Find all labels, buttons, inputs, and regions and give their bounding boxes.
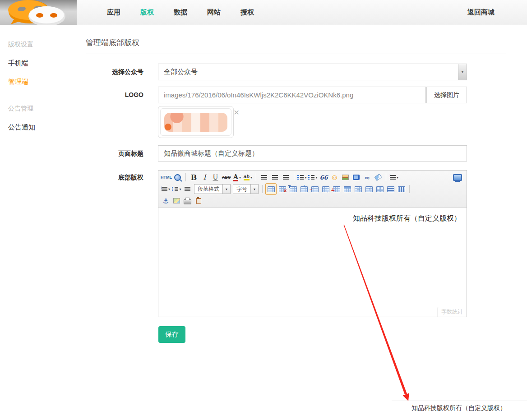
merge-rows-button[interactable] <box>385 184 396 194</box>
page-title-input[interactable] <box>158 145 467 162</box>
align-right-button[interactable] <box>281 172 291 183</box>
split-cell-button[interactable] <box>374 184 385 194</box>
editor-content-area[interactable]: 知品科技版权所有（自定义版权） 字数统计 <box>158 208 467 317</box>
chevron-down-icon[interactable]: ▾ <box>179 187 181 191</box>
chevron-down-icon[interactable]: ▾ <box>239 175 241 180</box>
logo-label: LOGO <box>86 91 143 98</box>
insert-image-button[interactable] <box>340 172 351 183</box>
table-properties-button[interactable] <box>288 184 298 194</box>
footer-divider <box>392 401 527 401</box>
logo-preview <box>158 106 234 138</box>
main-nav: 应用 版权 数据 网站 授权 <box>107 0 254 25</box>
page-title-label: 页面标题 <box>86 150 143 158</box>
sidebar-section-copyright-settings: 版权设置 <box>8 41 33 49</box>
account-select-value: 全部公众号 <box>164 68 198 76</box>
chevron-down-icon[interactable]: ▼ <box>222 185 230 194</box>
line-height-button[interactable]: ↓▾ <box>161 184 171 194</box>
paragraph-format-select[interactable]: 段落格式▼ <box>194 184 231 194</box>
rich-text-editor: HTML B I U ABC A▾ ab▾ ▾ ▾ 66 ☺ <box>158 170 467 317</box>
word-count-label[interactable]: 字数统计 <box>437 307 467 317</box>
chevron-down-icon[interactable]: ▾ <box>397 175 398 180</box>
insert-link-button[interactable]: ∞ <box>362 172 372 183</box>
editor-toolbar: HTML B I U ABC A▾ ab▾ ▾ ▾ 66 ☺ <box>158 171 467 208</box>
nav-item-authorization[interactable]: 授权 <box>240 8 254 17</box>
highlight-color-button[interactable]: ab▾ <box>243 172 253 183</box>
underline-button[interactable]: U <box>210 172 221 183</box>
print-button[interactable] <box>182 195 193 206</box>
font-size-select[interactable]: 字号▼ <box>233 184 259 194</box>
chevron-down-icon[interactable]: ▾ <box>305 175 306 180</box>
toolbar-row-1: HTML B I U ABC A▾ ab▾ ▾ ▾ 66 ☺ <box>161 171 464 183</box>
align-center-button[interactable] <box>270 172 280 183</box>
chevron-down-icon[interactable]: ▾ <box>315 175 317 180</box>
insert-row-below-button[interactable] <box>310 184 320 194</box>
divider <box>409 185 410 193</box>
divider <box>185 173 186 181</box>
save-button[interactable]: 保存 <box>158 326 185 343</box>
paragraph-spacing-button[interactable]: ↑▾ <box>389 172 399 183</box>
top-header: 应用 版权 数据 网站 授权 返回商城 <box>0 0 527 25</box>
app-logo[interactable] <box>0 0 77 25</box>
admin-page: 应用 版权 数据 网站 授权 返回商城 版权设置 手机端 管理端 公告管理 公告… <box>0 0 527 420</box>
bold-button[interactable]: B <box>189 172 199 183</box>
insert-media-button[interactable] <box>351 172 361 183</box>
delete-table-button[interactable] <box>277 184 287 194</box>
nav-item-data[interactable]: 数据 <box>174 8 187 17</box>
html-source-button[interactable]: HTML <box>161 172 172 183</box>
editor-text[interactable]: 知品科技版权所有（自定义版权） <box>158 214 461 223</box>
unordered-list-button[interactable]: ▾ <box>308 172 318 183</box>
chat-bubbles-logo-icon <box>0 0 77 25</box>
delete-column-button[interactable] <box>331 184 342 194</box>
nav-item-copyright[interactable]: 版权 <box>140 8 154 17</box>
remove-image-icon[interactable]: × <box>234 107 239 117</box>
list-spacing-button[interactable]: ▾ <box>171 184 182 194</box>
chevron-down-icon[interactable]: ▼ <box>458 64 467 80</box>
paste-button[interactable] <box>193 195 203 206</box>
divider <box>256 173 256 181</box>
account-select-label: 选择公众号 <box>86 68 143 76</box>
divider <box>386 173 386 181</box>
italic-button[interactable]: I <box>199 172 210 183</box>
page-title: 管理端底部版权 <box>86 37 139 48</box>
toolbar-row-2: ↓▾ ▾ 段落格式▼ 字号▼ <box>161 183 464 195</box>
merge-cells-down-button[interactable] <box>364 184 374 194</box>
title-divider <box>86 54 506 54</box>
sidebar-item-mobile[interactable]: 手机端 <box>8 59 28 68</box>
align-left-button[interactable] <box>259 172 269 183</box>
choose-image-button[interactable]: 选择图片 <box>426 87 467 103</box>
sidebar: 版权设置 手机端 管理端 公告管理 公告通知 <box>0 25 77 420</box>
indent-button[interactable] <box>182 184 193 194</box>
nav-item-website[interactable]: 网站 <box>207 8 221 17</box>
chevron-down-icon[interactable]: ▾ <box>168 187 170 191</box>
map-button[interactable] <box>171 195 182 206</box>
chevron-down-icon[interactable]: ▾ <box>250 175 252 180</box>
anchor-button[interactable]: ⚓ <box>161 195 171 206</box>
logo-preview-image <box>164 113 227 132</box>
insert-column-button[interactable] <box>320 184 331 194</box>
fullscreen-button[interactable] <box>452 172 462 183</box>
split-columns-button[interactable] <box>396 184 407 194</box>
strikethrough-button[interactable]: ABC <box>221 172 231 183</box>
blockquote-button[interactable]: 66 <box>319 172 329 183</box>
sidebar-item-announcement-notice[interactable]: 公告通知 <box>8 123 35 132</box>
footer-copyright-text: 知品科技版权所有（自定义版权） <box>411 404 506 412</box>
font-color-button[interactable]: A▾ <box>232 172 242 183</box>
divider <box>262 185 263 193</box>
chevron-down-icon[interactable]: ▼ <box>250 185 258 194</box>
emoticon-button[interactable]: ☺ <box>329 172 340 183</box>
account-select[interactable]: 全部公众号 ▼ <box>158 64 467 80</box>
logo-path-input[interactable] <box>158 87 426 103</box>
back-to-mall-link[interactable]: 返回商城 <box>467 0 495 25</box>
cell-properties-button[interactable] <box>342 184 352 194</box>
preview-icon[interactable] <box>172 172 183 183</box>
eraser-button[interactable] <box>373 172 383 183</box>
toolbar-row-3: ⚓ <box>161 195 464 207</box>
ordered-list-button[interactable]: ▾ <box>297 172 307 183</box>
merge-cells-right-button[interactable] <box>353 184 363 194</box>
insert-table-button[interactable] <box>265 183 277 195</box>
logo-preview-frame <box>160 108 231 136</box>
insert-row-above-button[interactable] <box>299 184 309 194</box>
sidebar-item-admin[interactable]: 管理端 <box>8 78 28 86</box>
nav-item-apps[interactable]: 应用 <box>107 8 120 17</box>
divider <box>294 173 294 181</box>
